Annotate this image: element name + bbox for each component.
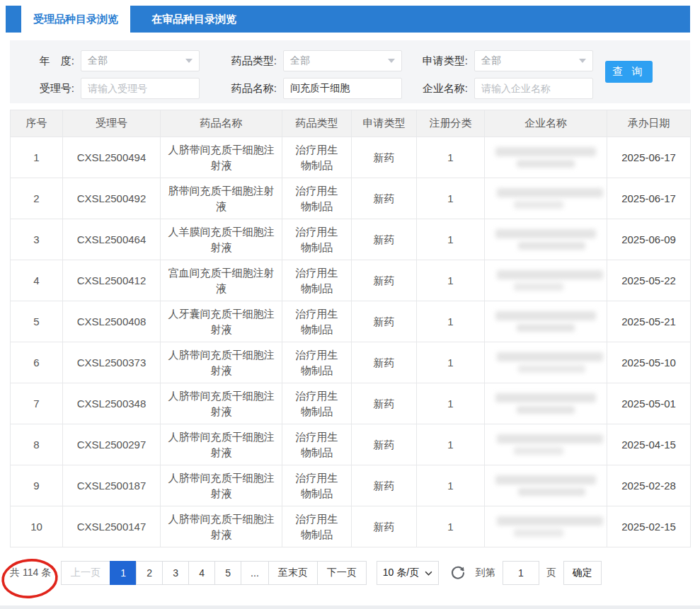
company-name-field: 企业名称: — [416, 78, 593, 99]
search-button[interactable]: 查 询 — [605, 61, 653, 83]
confirm-goto-button[interactable]: 确定 — [563, 561, 602, 585]
cell-application-type: 新药 — [352, 342, 417, 383]
cell-drug-name: 人脐带间充质干细胞注射液 — [161, 383, 282, 424]
cell-application-type: 新药 — [352, 260, 417, 301]
cell-application-type: 新药 — [352, 424, 417, 465]
cell-application-type: 新药 — [352, 137, 417, 178]
chevron-down-icon — [388, 59, 395, 63]
goto-page-input[interactable] — [503, 561, 539, 585]
redacted-company-blur — [492, 516, 599, 537]
application-type-field: 申请类型: 全部 — [416, 50, 593, 71]
cell-date: 2025-04-15 — [607, 424, 691, 465]
col-header-drug-name: 药品名称 — [161, 110, 282, 137]
cell-company-redacted — [485, 301, 607, 342]
goto-page-prefix: 到第 — [476, 567, 495, 579]
page-button-2[interactable]: 2 — [136, 561, 163, 585]
last-page-button[interactable]: 至末页 — [268, 561, 318, 585]
cell-registration-class: 1 — [417, 137, 485, 178]
page-button-5[interactable]: 5 — [214, 561, 241, 585]
cell-index: 3 — [11, 219, 63, 260]
cell-date: 2025-02-28 — [607, 465, 691, 506]
table-header: 序号 受理号 药品名称 药品类型 申请类型 注册分类 企业名称 承办日期 — [11, 110, 691, 137]
cell-acceptance-no: CXSL2500408 — [63, 301, 161, 342]
cell-registration-class: 1 — [417, 260, 485, 301]
next-page-button[interactable]: 下一页 — [317, 561, 367, 585]
cell-index: 4 — [11, 260, 63, 301]
year-select[interactable]: 全部 — [81, 50, 200, 71]
cell-index: 7 — [11, 383, 63, 424]
application-type-select-value: 全部 — [481, 54, 501, 67]
company-name-input[interactable] — [474, 78, 593, 99]
cell-drug-type: 治疗用生物制品 — [282, 301, 352, 342]
tab-under-review-catalog[interactable]: 在审品种目录浏览 — [130, 6, 258, 33]
cell-drug-name: 人脐带间充质干细胞注射液 — [161, 506, 282, 547]
cell-date: 2025-05-01 — [607, 383, 691, 424]
cell-acceptance-no: CXSL2500464 — [63, 219, 161, 260]
cell-registration-class: 1 — [417, 465, 485, 506]
cell-date: 2025-06-17 — [607, 178, 691, 219]
page-button-4[interactable]: 4 — [188, 561, 215, 585]
drug-type-select[interactable]: 全部 — [283, 50, 402, 71]
cell-acceptance-no: CXSL2500412 — [63, 260, 161, 301]
cell-date: 2025-05-21 — [607, 301, 691, 342]
redacted-company-blur — [492, 147, 599, 168]
table-row: 5 CXSL2500408 人牙囊间充质干细胞注射液 治疗用生物制品 新药 1 … — [11, 301, 691, 342]
table-row: 3 CXSL2500464 人羊膜间充质干细胞注射液 治疗用生物制品 新药 1 … — [11, 219, 691, 260]
cell-drug-type: 治疗用生物制品 — [282, 260, 352, 301]
col-header-company: 企业名称 — [485, 110, 607, 137]
pagination-bar: 共 114 条 上一页 12345 ... 至末页 下一页 10 条/页 到第 … — [10, 561, 700, 585]
cell-date: 2025-05-22 — [607, 260, 691, 301]
page-size-select[interactable]: 10 条/页 — [377, 561, 439, 585]
cell-company-redacted — [485, 342, 607, 383]
cell-registration-class: 1 — [417, 506, 485, 547]
cell-registration-class: 1 — [417, 178, 485, 219]
cell-company-redacted — [485, 137, 607, 178]
filter-panel: 年 度: 全部 药品类型: 全部 申请类型: 全部 — [10, 40, 690, 103]
redacted-company-blur — [492, 352, 599, 373]
page-button-1[interactable]: 1 — [110, 561, 137, 585]
cell-index: 5 — [11, 301, 63, 342]
cell-drug-type: 治疗用生物制品 — [282, 137, 352, 178]
cell-drug-name: 宫血间充质干细胞注射液 — [161, 260, 282, 301]
application-type-select[interactable]: 全部 — [474, 50, 593, 71]
year-field: 年 度: 全部 — [17, 50, 200, 71]
chevron-down-icon — [185, 59, 193, 63]
col-header-drug-type: 药品类型 — [282, 110, 352, 137]
cell-drug-name: 人羊膜间充质干细胞注射液 — [161, 219, 282, 260]
cell-drug-type: 治疗用生物制品 — [282, 424, 352, 465]
table-row: 1 CXSL2500494 人脐带间充质干细胞注射液 治疗用生物制品 新药 1 … — [11, 137, 691, 178]
cell-company-redacted — [485, 219, 607, 260]
drug-name-field: 药品名称: — [225, 78, 402, 99]
cell-registration-class: 1 — [417, 424, 485, 465]
cell-company-redacted — [485, 260, 607, 301]
prev-page-button[interactable]: 上一页 — [61, 561, 110, 585]
cell-application-type: 新药 — [352, 219, 417, 260]
refresh-button[interactable] — [450, 565, 466, 581]
cell-acceptance-no: CXSL2500297 — [63, 424, 161, 465]
tab-accepted-catalog[interactable]: 受理品种目录浏览 — [21, 6, 130, 33]
cell-drug-type: 治疗用生物制品 — [282, 383, 352, 424]
drug-type-select-value: 全部 — [290, 54, 310, 67]
filter-row-1: 年 度: 全部 药品类型: 全部 申请类型: 全部 — [17, 50, 690, 71]
page-button-3[interactable]: 3 — [162, 561, 189, 585]
cell-company-redacted — [485, 465, 607, 506]
cell-acceptance-no: CXSL2500492 — [63, 178, 161, 219]
redacted-company-blur — [492, 270, 599, 291]
app-window: 受理品种目录浏览 在审品种目录浏览 年 度: 全部 药品类型: 全部 申请类型: — [0, 0, 700, 605]
cell-company-redacted — [485, 424, 607, 465]
cell-drug-type: 治疗用生物制品 — [282, 465, 352, 506]
filter-row-2: 受理号: 药品名称: 企业名称: — [17, 78, 690, 99]
drug-name-input[interactable] — [283, 78, 402, 99]
redacted-company-blur — [492, 229, 599, 250]
drug-type-label: 药品类型: — [225, 54, 283, 68]
cell-acceptance-no: CXSL2500373 — [63, 342, 161, 383]
ellipsis-pages-button[interactable]: ... — [241, 561, 269, 585]
acceptance-no-input[interactable] — [81, 78, 200, 99]
cell-index: 6 — [11, 342, 63, 383]
cell-index: 2 — [11, 178, 63, 219]
cell-index: 10 — [11, 506, 63, 547]
table-row: 10 CXSL2500147 人脐带间充质干细胞注射液 治疗用生物制品 新药 1… — [11, 506, 691, 547]
col-header-date: 承办日期 — [607, 110, 691, 137]
cell-application-type: 新药 — [352, 465, 417, 506]
cell-drug-name: 脐带间充质干细胞注射液 — [161, 178, 282, 219]
